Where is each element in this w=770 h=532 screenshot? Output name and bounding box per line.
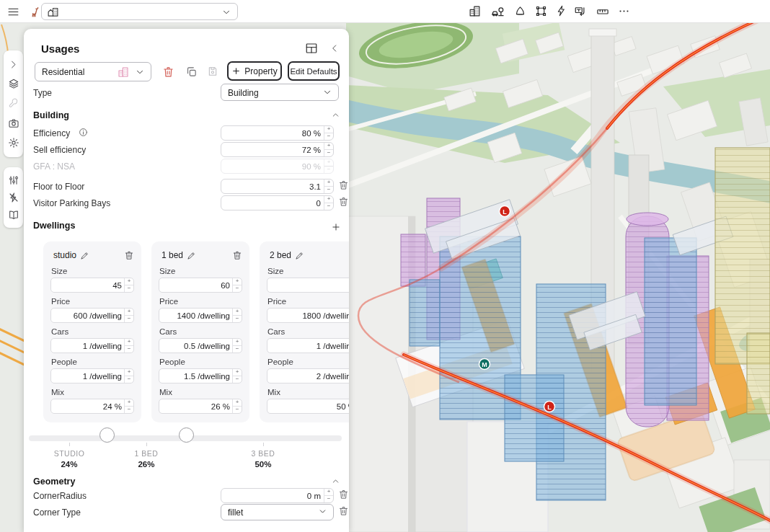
chevron-down-icon <box>135 67 145 77</box>
streetscape-tool-icon[interactable] <box>491 5 505 19</box>
people-label: People <box>51 358 134 366</box>
floor-to-floor-label: Floor to Floor <box>33 182 84 192</box>
price-input[interactable]: 1800 /dwelling <box>267 308 349 323</box>
people-input[interactable]: 2 /dwelling <box>267 368 349 384</box>
mix-input[interactable]: 24 % <box>50 399 134 414</box>
stepper[interactable] <box>324 196 333 210</box>
collapse-section-icon[interactable] <box>331 476 340 486</box>
dwelling-card-studio: studio Size 45 Price 600 /dwelling Cars … <box>43 241 141 422</box>
delete-dwelling-icon[interactable] <box>232 250 242 260</box>
efficiency-input[interactable]: 80 % <box>221 125 334 141</box>
cars-input[interactable]: 0.5 /dwelling <box>159 338 242 353</box>
edit-dwelling-icon[interactable] <box>295 251 304 260</box>
visitor-parking-input[interactable]: 0 <box>221 195 334 210</box>
people-input[interactable]: 1 /dwelling <box>50 368 134 384</box>
dwelling-card-2bed: 2 bed Size Price 1800 /dwelling Cars 1 /… <box>260 241 349 422</box>
size-label: Size <box>267 267 349 275</box>
mix-slider-handle-2[interactable] <box>179 427 194 443</box>
giraffe-logo <box>28 5 41 18</box>
label-tool-icon[interactable] <box>574 5 587 18</box>
usages-panel: Usages Residential Property Edit Default… <box>24 29 349 532</box>
more-tools-icon[interactable] <box>618 5 630 17</box>
edit-dwelling-icon[interactable] <box>80 251 89 260</box>
mix-input[interactable]: 50 % <box>267 399 349 414</box>
dwellings-section-title: Dwellings <box>33 221 75 231</box>
mix-label: Mix <box>51 388 134 396</box>
info-icon[interactable] <box>79 128 88 137</box>
corner-radius-label: CornerRadius <box>33 491 87 501</box>
sell-efficiency-input[interactable]: 72 % <box>221 142 334 157</box>
edit-dwelling-icon[interactable] <box>187 251 196 260</box>
table-view-icon[interactable] <box>305 42 318 55</box>
cars-label: Cars <box>159 327 242 336</box>
chevron-down-icon <box>322 87 332 97</box>
floor-to-floor-input[interactable]: 3.1 <box>221 179 334 194</box>
collapse-panel-icon[interactable] <box>329 43 340 53</box>
buildings-tool-icon[interactable] <box>469 5 481 17</box>
flash-tool-icon[interactable] <box>556 5 567 17</box>
people-label: People <box>267 358 349 366</box>
edit-defaults-button[interactable]: Edit Defaults <box>288 61 340 81</box>
price-input[interactable]: 1400 /dwelling <box>159 308 242 323</box>
menu-icon[interactable] <box>7 6 19 18</box>
sell-efficiency-label: Sell efficiency <box>33 145 86 155</box>
people-input[interactable]: 1.5 /dwelling <box>159 368 242 384</box>
reset-visitor-parking-button[interactable] <box>338 196 349 207</box>
reset-floor-to-floor-button[interactable] <box>338 179 349 190</box>
reset-corner-radius-button[interactable] <box>338 489 349 500</box>
corner-radius-input[interactable]: 0 m <box>221 488 334 503</box>
delete-dwelling-icon[interactable] <box>124 250 134 260</box>
mix-slider-handle-1[interactable] <box>99 427 115 443</box>
cars-input[interactable]: 1 /dwelling <box>50 338 134 353</box>
type-select[interactable]: Building <box>221 84 339 101</box>
layers-icon[interactable] <box>8 78 19 89</box>
efficiency-label: Efficiency <box>33 128 70 138</box>
dwelling-cards: studio Size 45 Price 600 /dwelling Cars … <box>43 241 349 422</box>
mix-tick <box>146 443 147 446</box>
stepper[interactable] <box>324 179 333 193</box>
collapse-section-icon[interactable] <box>331 110 340 120</box>
station-marker-l2[interactable]: L <box>544 402 555 412</box>
stepper[interactable] <box>324 143 333 156</box>
geometry-section-title: Geometry <box>33 476 75 487</box>
mix-segment-3bed: 3 BED 50% <box>252 449 275 469</box>
station-marker-m[interactable]: M <box>479 359 490 370</box>
reset-corner-type-button[interactable] <box>338 505 349 516</box>
toolbar-tools <box>469 0 634 23</box>
corner-type-select[interactable]: fillet <box>221 504 334 520</box>
station-marker-l1[interactable]: L <box>500 206 510 217</box>
stepper[interactable] <box>324 126 333 140</box>
duplicate-usage-button[interactable] <box>185 66 198 78</box>
camera-icon[interactable] <box>8 118 19 129</box>
price-input[interactable]: 600 /dwelling <box>50 308 134 323</box>
dwelling-name: 1 bed <box>161 250 183 260</box>
expand-sidebar-icon[interactable] <box>8 59 19 70</box>
mix-segment-studio: STUDIO 24% <box>54 449 85 469</box>
add-property-button[interactable]: Property <box>227 61 282 81</box>
mix-input[interactable]: 26 % <box>159 399 242 414</box>
save-usage-button[interactable] <box>207 66 218 77</box>
gear-icon[interactable] <box>8 137 19 148</box>
delete-usage-button[interactable] <box>162 66 174 78</box>
corner-type-label: Corner Type <box>33 507 81 518</box>
cars-input[interactable]: 1 /dwelling <box>267 338 349 353</box>
plus-icon <box>231 66 241 76</box>
boundary-tool-icon[interactable] <box>535 5 547 17</box>
size-input[interactable]: 45 <box>50 278 134 293</box>
flash-off-icon[interactable] <box>8 192 19 203</box>
wrench-icon[interactable] <box>8 97 19 109</box>
book-icon[interactable] <box>8 209 19 221</box>
massing-tool-icon[interactable] <box>514 5 526 17</box>
dwelling-name: 2 bed <box>270 250 291 260</box>
top-toolbar <box>0 0 770 23</box>
measure-tool-icon[interactable] <box>596 5 609 18</box>
gfa-nsa-label: GFA : NSA <box>33 161 75 172</box>
size-input[interactable] <box>267 278 349 293</box>
adjustments-icon[interactable] <box>8 174 19 186</box>
usage-select[interactable]: Residential <box>35 62 151 81</box>
add-dwelling-button[interactable] <box>331 222 341 232</box>
size-input[interactable]: 60 <box>159 278 242 293</box>
project-select[interactable] <box>41 3 238 20</box>
stepper[interactable] <box>324 489 333 502</box>
stepper <box>324 159 333 173</box>
